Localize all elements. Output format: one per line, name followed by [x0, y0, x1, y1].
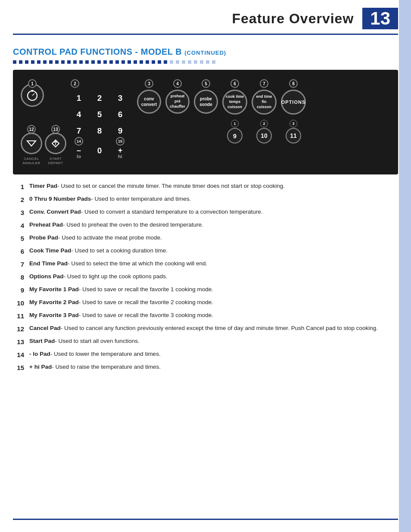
desc-item-15: 15 + hi Pad- Used to raise the temperatu…	[13, 363, 398, 372]
desc-num: 8	[13, 273, 24, 282]
num-4[interactable]: 4	[71, 108, 87, 121]
badge-15: 15	[116, 137, 125, 146]
desc-text: Options Pad- Used to light up the cook o…	[29, 273, 167, 281]
desc-text: Preheat Pad- Used to preheat the oven to…	[29, 221, 203, 229]
num-0[interactable]: 0	[91, 144, 108, 158]
desc-num: 6	[13, 247, 24, 256]
fav3-col: 3 11	[286, 120, 301, 143]
desc-item-3: 3 Conv. Convert Pad- Used to convert a s…	[13, 208, 398, 217]
panel-sections: 1 12	[21, 79, 390, 165]
start-label: STARTDÉPART	[48, 157, 63, 165]
probe-pad[interactable]: probesonde	[194, 90, 218, 114]
desc-text: My Favorite 3 Pad- Used to save or recal…	[29, 311, 213, 320]
desc-text: Cook Time Pad- Used to set a cooking dur…	[29, 247, 168, 255]
number-grid: 1 2 3 4 5 6 7 8 9 14 – lo 0 15	[71, 91, 128, 161]
badge-6: 6	[230, 79, 239, 88]
cook-time-col: 6 cook timetempscuisson 1 9	[222, 79, 247, 143]
desc-num: 11	[13, 311, 24, 320]
end-time-pad[interactable]: end timefin cuisson	[252, 90, 277, 115]
num-8[interactable]: 8	[91, 124, 108, 138]
desc-num: 3	[13, 208, 24, 217]
badge-12: 12	[27, 125, 36, 134]
desc-text: + hi Pad- Used to raise the temperature …	[29, 363, 161, 371]
desc-num: 12	[13, 324, 24, 333]
badge-1: 1	[28, 79, 37, 88]
desc-item-9: 9 My Favorite 1 Pad- Used to save or rec…	[13, 286, 398, 295]
desc-item-13: 13 Start Pad- Used to start all oven fun…	[13, 337, 398, 346]
lo-pad[interactable]: 14 – lo	[71, 140, 87, 161]
desc-num: 4	[13, 221, 24, 230]
options-pad[interactable]: OPTIONS	[281, 90, 306, 115]
badge-7: 7	[260, 79, 268, 88]
svg-marker-4	[27, 141, 36, 146]
badge-4: 4	[173, 79, 182, 88]
fav2-pad[interactable]: 10	[256, 128, 272, 143]
desc-text: Start Pad- Used to start all oven functi…	[29, 337, 140, 345]
timer-pad[interactable]: 1	[21, 79, 44, 107]
left-section: 1 12	[21, 79, 66, 165]
start-icon	[45, 133, 66, 154]
num-9[interactable]: 9	[112, 124, 128, 138]
desc-item-7: 7 End Time Pad- Used to select the time …	[13, 260, 398, 269]
desc-item-8: 8 Options Pad- Used to light up the cook…	[13, 273, 398, 282]
desc-num: 15	[13, 363, 24, 372]
desc-num: 5	[13, 234, 24, 243]
desc-item-14: 14 - lo Pad- Used to lower the temperatu…	[13, 350, 398, 359]
fav1-pad[interactable]: 9	[227, 128, 243, 143]
badge-2: 2	[71, 79, 79, 88]
bottom-border	[13, 519, 398, 520]
num-3[interactable]: 3	[112, 91, 128, 105]
right-stripe	[399, 0, 411, 532]
num-5[interactable]: 5	[91, 108, 108, 121]
end-time-col: 7 end timefin cuisson 2 10	[252, 79, 277, 143]
cancel-pad[interactable]: 12 CANCELANNULER	[21, 129, 42, 165]
desc-text: Timer Pad- Used to set or cancel the min…	[29, 182, 285, 190]
badge-5: 5	[202, 79, 210, 88]
desc-num: 1	[13, 182, 24, 191]
badge-10-small: 2	[260, 120, 268, 128]
desc-num: 10	[13, 299, 24, 308]
page-title: Feature Overview	[232, 11, 354, 27]
cancel-label: CANCELANNULER	[22, 157, 40, 165]
fav1-col: 1 9	[227, 120, 243, 143]
badge-3: 3	[145, 79, 153, 88]
desc-text: End Time Pad- Used to select the time at…	[29, 260, 207, 268]
fav2-col: 2 10	[256, 120, 272, 143]
badge-11-small: 3	[290, 120, 297, 128]
control-panel: 1 12	[13, 70, 398, 174]
num-2[interactable]: 2	[91, 91, 108, 105]
desc-item-6: 6 Cook Time Pad- Used to set a cooking d…	[13, 247, 398, 256]
desc-item-10: 10 My Favorite 2 Pad- Used to save or re…	[13, 299, 398, 308]
desc-item-4: 4 Preheat Pad- Used to preheat the oven …	[13, 221, 398, 230]
fav3-pad[interactable]: 11	[286, 128, 301, 143]
desc-item-5: 5 Probe Pad- Used to activate the meat p…	[13, 234, 398, 243]
options-col: 8 OPTIONS 3 11	[281, 79, 306, 143]
conv-pad[interactable]: convconvert	[137, 90, 161, 114]
probe-pad-col: 5 probesonde	[194, 79, 218, 114]
dot-divider	[13, 60, 398, 64]
num-1[interactable]: 1	[71, 91, 87, 105]
desc-num: 14	[13, 350, 24, 359]
desc-item-12: 12 Cancel Pad- Used to cancel any functi…	[13, 324, 398, 333]
badge-8: 8	[289, 79, 298, 88]
num-7[interactable]: 7	[71, 124, 87, 138]
badge-9-small: 1	[231, 120, 239, 128]
preheat-pad[interactable]: preheatpréchauffer	[165, 90, 190, 114]
desc-item-2: 2 0 Thru 9 Number Pads- Used to enter te…	[13, 195, 398, 204]
desc-num: 13	[13, 337, 24, 346]
desc-item-11: 11 My Favorite 3 Pad- Used to save or re…	[13, 311, 398, 320]
cook-time-pad[interactable]: cook timetempscuisson	[222, 90, 247, 115]
desc-text: - lo Pad- Used to lower the temperature …	[29, 350, 161, 358]
desc-text: Conv. Convert Pad- Used to convert a sta…	[29, 208, 263, 216]
num-6[interactable]: 6	[112, 108, 128, 121]
badge-13: 13	[51, 125, 60, 134]
cancel-icon	[21, 133, 42, 154]
desc-text: 0 Thru 9 Number Pads- Used to enter temp…	[29, 195, 191, 203]
desc-num: 7	[13, 260, 24, 269]
desc-num: 2	[13, 195, 24, 204]
description-list: 1 Timer Pad- Used to set or cancel the m…	[13, 182, 398, 372]
start-pad[interactable]: 13 STARTDÉPART	[45, 129, 66, 165]
desc-text: Cancel Pad- Used to cancel any function …	[29, 324, 378, 333]
desc-text: My Favorite 1 Pad- Used to save or recal…	[29, 286, 213, 294]
hi-pad[interactable]: 15 + hi	[112, 140, 128, 161]
